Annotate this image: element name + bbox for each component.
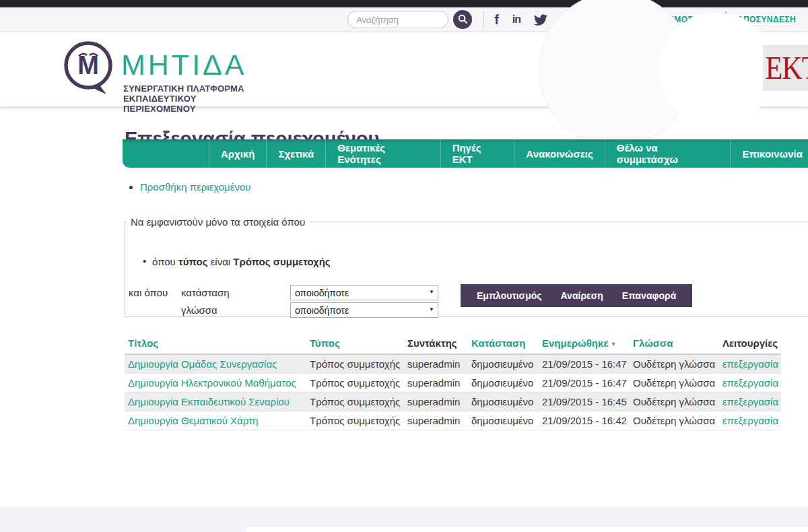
search-icon [457,13,468,26]
type-cell-cell: Τρόπος συμμετοχής [306,411,404,430]
filter-legend: Να εμφανιστούν μόνο τα στοιχεία όπου [127,216,309,228]
status-select-wrap: οποιοδήποτε [290,285,438,300]
nav-item-1[interactable]: Αρχική [209,139,267,168]
status-cell-cell: δημοσιευμένο [468,354,539,374]
table-header-cell: Κατάσταση [468,333,539,354]
column-sort-link-1[interactable]: Τίτλος [128,337,158,349]
sort-desc-icon: ▼ [611,341,617,347]
nav-item-6[interactable]: Θέλω να συμμετάσχω [605,139,731,168]
reset-button[interactable]: Επαναφορά [613,284,686,307]
content-title-link-cell: Δημιουργία Εκπαιδευτικού Σεναρίου [125,393,306,411]
column-sort-link-4[interactable]: Κατάσταση [471,337,525,349]
table-row: Δημιουργία Θεματικού ΧάρτηΤρόπος συμμετο… [125,411,781,430]
footer-content-box [246,527,808,532]
refine-button[interactable]: Εμπλουτισμός [467,284,551,307]
filter-row-status: και όπου κατάσταση οποιοδήποτε [129,285,438,300]
table-row: Δημιουργία Εκπαιδευτικού ΣεναρίουΤρόπος … [125,393,781,411]
edit-link-cell: επεξεργασία [719,374,781,393]
author-cell-cell: superadmin [404,393,468,411]
language-cell-cell: Ουδέτερη γλώσσα [630,393,719,411]
and-where-label: και όπου [129,287,181,298]
edit-link[interactable]: επεξεργασία [722,358,778,370]
active-filter-condition: όπου τύπος είναι Τρόπος συμμετοχής [152,256,331,267]
edit-link[interactable]: επεξεργασία [722,396,778,407]
updated-cell-cell: 21/09/2015 - 16:47 [539,374,630,393]
filter-value: Τρόπος συμμετοχής [233,256,330,267]
metida-bubble-logo-icon: M [62,92,117,103]
updated-cell-cell: 21/09/2015 - 16:45 [539,393,630,411]
table-header-cell: Τίτλος [125,333,306,354]
table-header-cell: Συντάκτης [404,333,468,354]
filter-fieldset: Να εμφανιστούν μόνο τα στοιχεία όπου όπο… [125,216,808,317]
column-label-3: Συντάκτης [407,337,457,349]
facebook-icon[interactable]: f [494,12,499,28]
table-row: Δημιουργία Ομάδας ΣυνεργασίαςΤρόπος συμμ… [125,354,781,374]
table-header-row: ΤίτλοςΤύποςΣυντάκτηςΚατάστασηΕνημερώθηκε… [125,333,781,354]
table-row: Δημιουργία Ηλεκτρονικού ΜαθήματοςΤρόπος … [125,374,781,393]
updated-cell-cell: 21/09/2015 - 16:42 [539,411,630,430]
table-header-cell: Ενημερώθηκε▼ [539,333,630,354]
edit-link[interactable]: επεξεργασία [722,415,778,426]
updated-cell-cell: 21/09/2015 - 16:47 [539,354,630,374]
content-table: ΤίτλοςΤύποςΣυντάκτηςΚατάστασηΕνημερώθηκε… [125,333,781,430]
add-content-link[interactable]: Προσθήκη περιεχομένου [140,181,250,193]
divider [483,11,483,28]
nav-item-7[interactable]: Επικοινωνία [731,139,808,168]
filter-button-group: Εμπλουτισμός Αναίρεση Επαναφορά [461,284,692,307]
content-title-link-cell: Δημιουργία Θεματικού Χάρτη [125,411,306,430]
nav-item-5[interactable]: Ανακοινώσεις [514,139,605,168]
column-label-7: Λειτουργίες [722,337,778,349]
brand-tagline: ΣΥΝΕΡΓΑΤΙΚΗ ΠΛΑΤΦΟΡΜΑ ΕΚΠΑΙΔΕΥΤΙΚΟΥ ΠΕΡΙ… [123,84,264,114]
site-header: M ΜΗΤΙΔΑ ΣΥΝΕΡΓΑΤΙΚΗ ΠΛΑΤΦΟΡΜΑ ΕΚΠΑΙΔΕΥΤ… [0,32,808,106]
nav-item-4[interactable]: Πηγές ΕΚΤ [441,139,515,168]
status-select[interactable]: οποιοδήποτε [290,285,438,300]
content-title-link-cell: Δημιουργία Ομάδας Συνεργασίας [125,354,306,374]
language-cell-cell: Ουδέτερη γλώσσα [630,354,719,374]
ekt-logo: EKT [763,45,808,91]
column-sort-link-2[interactable]: Τύπος [310,337,340,349]
language-filter-label: γλώσσα [181,304,290,316]
search-area [347,10,472,29]
site-logo-link[interactable]: M ΜΗΤΙΔΑ ΣΥΝΕΡΓΑΤΙΚΗ ΠΛΑΤΦΟΡΜΑ ΕΚΠΑΙΔΕΥΤ… [62,39,264,101]
author-cell-cell: superadmin [404,354,468,374]
linkedin-icon[interactable]: in [512,13,520,26]
edit-link[interactable]: επεξεργασία [722,377,778,389]
search-button[interactable] [453,10,472,29]
main-navigation: ΑρχικήΣχετικάΘεματικές ΕνότητεςΠηγές ΕΚΤ… [123,139,808,168]
table-header-cell: Λειτουργίες [719,333,781,354]
content-title-link[interactable]: Δημιουργία Ομάδας Συνεργασίας [128,358,277,370]
brand-name: ΜΗΤΙΔΑ [121,48,247,81]
type-cell-cell: Τρόπος συμμετοχής [306,354,404,374]
twitter-icon[interactable] [534,14,547,26]
language-select-wrap: οποιοδήποτε [290,302,438,318]
language-cell-cell: Ουδέτερη γλώσσα [630,374,719,393]
type-cell-cell: Τρόπος συμμετοχής [306,374,404,393]
status-cell-cell: δημοσιευμένο [468,374,539,393]
top-black-strip [0,0,808,7]
filter-field: τύπος [178,256,207,267]
language-select[interactable]: οποιοδήποτε [290,302,438,318]
author-cell-cell: superadmin [404,374,468,393]
ekt-logo-text: EKT [766,49,808,86]
undo-button[interactable]: Αναίρεση [551,284,613,307]
language-cell-cell: Ουδέτερη γλώσσα [630,411,719,430]
status-cell-cell: δημοσιευμένο [468,393,539,411]
edit-link-cell: επεξεργασία [719,411,781,430]
content-title-link[interactable]: Δημιουργία Θεματικού Χάρτη [128,415,258,426]
status-filter-label: κατάσταση [181,287,290,298]
content-title-link[interactable]: Δημιουργία Εκπαιδευτικού Σεναρίου [128,396,290,407]
author-cell-cell: superadmin [404,411,468,430]
decorative-circle [660,12,774,127]
search-input[interactable] [347,11,448,28]
list-item: Προσθήκη περιεχομένου [140,181,808,193]
column-sort-link-6[interactable]: Γλώσσα [633,337,673,349]
column-sort-link-5[interactable]: Ενημερώθηκε [542,337,609,349]
nav-item-3[interactable]: Θεματικές Ενότητες [326,139,440,168]
edit-link-cell: επεξεργασία [719,354,781,374]
content-title-link[interactable]: Δημιουργία Ηλεκτρονικού Μαθήματος [128,377,296,389]
content-title-link-cell: Δημιουργία Ηλεκτρονικού Μαθήματος [125,374,306,393]
table-header-cell: Γλώσσα [630,333,719,354]
footer [0,506,808,532]
nav-item-2[interactable]: Σχετικά [267,139,326,168]
filter-row-language: γλώσσα οποιοδήποτε [129,302,438,318]
